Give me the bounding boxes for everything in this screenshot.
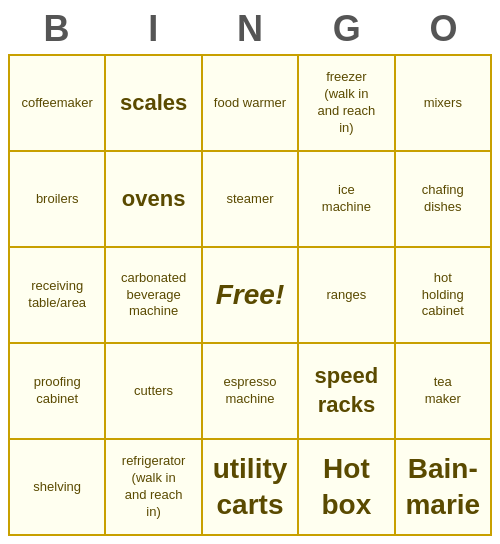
bingo-cell-7: steamer xyxy=(203,152,299,248)
cell-text-17: espresso machine xyxy=(224,374,277,408)
bingo-cell-12: Free! xyxy=(203,248,299,344)
bingo-cell-22: utility carts xyxy=(203,440,299,536)
bingo-cell-19: tea maker xyxy=(396,344,492,440)
bingo-cell-3: freezer (walk in and reach in) xyxy=(299,56,395,152)
bingo-cell-9: chafing dishes xyxy=(396,152,492,248)
cell-text-4: mixers xyxy=(424,95,462,112)
bingo-cell-1: scales xyxy=(106,56,202,152)
cell-text-1: scales xyxy=(120,89,187,118)
bingo-cell-10: receiving table/area xyxy=(10,248,106,344)
bingo-cell-20: shelving xyxy=(10,440,106,536)
bingo-cell-0: coffeemaker xyxy=(10,56,106,152)
cell-text-12: Free! xyxy=(216,277,284,313)
cell-text-8: ice machine xyxy=(322,182,371,216)
cell-text-10: receiving table/area xyxy=(28,278,86,312)
letter-n: N xyxy=(206,8,294,50)
letter-b: B xyxy=(12,8,100,50)
bingo-cell-5: broilers xyxy=(10,152,106,248)
cell-text-0: coffeemaker xyxy=(22,95,93,112)
cell-text-13: ranges xyxy=(327,287,367,304)
letter-g: G xyxy=(303,8,391,50)
bingo-cell-2: food warmer xyxy=(203,56,299,152)
cell-text-15: proofing cabinet xyxy=(34,374,81,408)
cell-text-14: hot holding cabinet xyxy=(422,270,464,321)
cell-text-19: tea maker xyxy=(425,374,461,408)
cell-text-2: food warmer xyxy=(214,95,286,112)
bingo-cell-11: carbonated beverage machine xyxy=(106,248,202,344)
cell-text-24: Bain- marie xyxy=(405,451,480,524)
cell-text-9: chafing dishes xyxy=(422,182,464,216)
cell-text-23: Hot box xyxy=(322,451,372,524)
bingo-cell-6: ovens xyxy=(106,152,202,248)
cell-text-20: shelving xyxy=(33,479,81,496)
bingo-cell-4: mixers xyxy=(396,56,492,152)
letter-o: O xyxy=(400,8,488,50)
bingo-cell-24: Bain- marie xyxy=(396,440,492,536)
cell-text-7: steamer xyxy=(227,191,274,208)
bingo-cell-16: cutters xyxy=(106,344,202,440)
bingo-cell-15: proofing cabinet xyxy=(10,344,106,440)
cell-text-18: speed racks xyxy=(315,362,379,419)
bingo-cell-14: hot holding cabinet xyxy=(396,248,492,344)
cell-text-11: carbonated beverage machine xyxy=(121,270,186,321)
bingo-cell-21: refrigerator (walk in and reach in) xyxy=(106,440,202,536)
cell-text-3: freezer (walk in and reach in) xyxy=(317,69,375,137)
cell-text-16: cutters xyxy=(134,383,173,400)
bingo-grid: coffeemakerscalesfood warmerfreezer (wal… xyxy=(8,54,492,536)
letter-i: I xyxy=(109,8,197,50)
bingo-cell-18: speed racks xyxy=(299,344,395,440)
cell-text-5: broilers xyxy=(36,191,79,208)
bingo-cell-17: espresso machine xyxy=(203,344,299,440)
bingo-header: B I N G O xyxy=(8,8,492,50)
cell-text-22: utility carts xyxy=(213,451,288,524)
bingo-cell-13: ranges xyxy=(299,248,395,344)
cell-text-6: ovens xyxy=(122,185,186,214)
bingo-cell-8: ice machine xyxy=(299,152,395,248)
bingo-cell-23: Hot box xyxy=(299,440,395,536)
cell-text-21: refrigerator (walk in and reach in) xyxy=(122,453,186,521)
